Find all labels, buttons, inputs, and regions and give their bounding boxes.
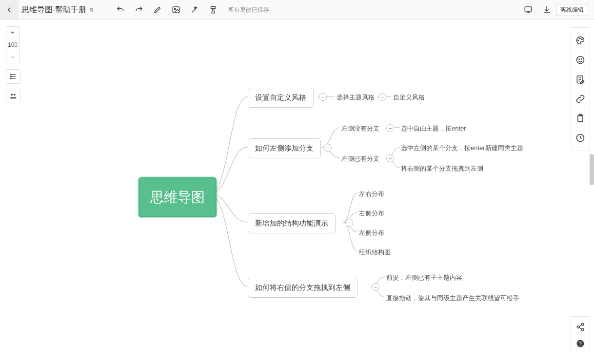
node-leaf[interactable]: 左右分布 [359,190,384,198]
node-leaf[interactable]: 前提：左侧已有子主题内容 [386,273,462,282]
zoom-out-button[interactable]: − [6,51,19,63]
node-leaf[interactable]: 选中自由主题，按enter [401,124,466,133]
node-label: 左侧分布 [359,229,384,236]
svg-point-14 [581,59,582,60]
node-leaf[interactable]: 左侧已有分支 [341,154,379,163]
help-button[interactable]: ? [573,335,588,352]
theme-palette-button[interactable] [573,31,588,50]
node-label: 将右侧的某个分支拖拽到左侧 [401,165,483,172]
node-leaf[interactable]: 左侧没有分支 [341,124,379,133]
node-label: 左侧已有分支 [341,155,379,162]
node-leaf[interactable]: 选中左侧的某个分支，按enter新建同类主题 [401,144,523,153]
share-button[interactable] [573,319,588,335]
node-leaf[interactable]: 将右侧的某个分支拖拽到左侧 [401,164,483,173]
node-label: 直接拖动，使其与同级主题产生关联线皆可松手 [386,294,519,302]
back-button[interactable] [0,0,19,19]
svg-point-19 [581,324,584,326]
document-title[interactable]: 思维导图-帮助手册 ⇅ [19,5,97,15]
top-toolbar: 思维导图-帮助手册 ⇅ 所有更改已保存 离线编辑 [0,0,594,20]
svg-rect-3 [525,7,532,11]
emoji-button[interactable] [573,50,588,70]
node-label: 组织结构图 [359,249,391,256]
node-branch-2[interactable]: 新增加的结构功能演示 [248,213,336,233]
node-branch-3[interactable]: 如何将右侧的分支拖拽到左侧 [248,278,357,298]
node-branch-1[interactable]: 如何左侧添加分支 [248,138,321,158]
save-status: 所有更改已保存 [228,6,269,14]
node-root[interactable]: 思维导图 [139,177,217,217]
expand-toggle[interactable] [386,124,394,132]
node-label: 选中左侧的某个分支，按enter新建同类主题 [401,144,523,152]
svg-point-6 [10,78,11,79]
bottom-panel: ? [571,316,590,354]
node-label: 设置自定义风格 [255,93,306,101]
expand-toggle[interactable] [386,154,394,162]
magic-button[interactable] [185,0,204,19]
node-label: 选中自由主题，按enter [401,125,466,132]
expand-toggle[interactable] [324,144,332,152]
format-painter-button[interactable] [204,0,222,19]
vertical-scrollbar-thumb[interactable] [590,154,594,185]
notes-button[interactable] [573,70,588,89]
svg-point-13 [579,59,580,60]
node-label: 如何将右侧的分支拖拽到左侧 [255,283,350,291]
node-leaf[interactable]: 左侧分布 [359,229,384,237]
clipboard-button[interactable] [573,109,588,128]
node-leaf[interactable]: 自定义风格 [393,93,425,102]
present-button[interactable] [519,0,537,19]
download-button[interactable] [537,0,556,19]
node-label: 左侧没有分支 [341,125,379,132]
history-button[interactable] [573,128,588,148]
zoom-in-button[interactable]: + [6,27,19,38]
expand-toggle[interactable] [345,219,353,227]
svg-rect-2 [211,6,216,9]
node-label: 选择主题风格 [337,94,375,101]
zoom-control: + 100 − [6,26,20,63]
mindmap-canvas[interactable]: 思维导图 设置自定义风格 如何左侧添加分支 新增加的结构功能演示 如何将右侧的分… [0,19,594,364]
outline-view-button[interactable] [6,69,20,84]
svg-point-4 [10,74,11,75]
image-button[interactable] [167,0,185,19]
svg-text:?: ? [579,341,582,346]
node-leaf[interactable]: 组织结构图 [359,248,391,257]
node-label: 思维导图 [150,190,205,205]
left-tools: + 100 − [6,26,20,108]
svg-point-7 [11,94,13,96]
title-text: 思维导图-帮助手册 [21,5,86,15]
node-label: 前提：左侧已有子主题内容 [386,274,462,281]
node-leaf[interactable]: 选择主题风格 [337,93,375,102]
collaborators-button[interactable] [6,89,20,103]
node-leaf[interactable]: 右侧分布 [359,209,384,218]
expand-toggle[interactable] [319,93,327,101]
connector-lines [0,19,594,364]
zoom-level[interactable]: 100 [6,38,19,51]
offline-edit-button[interactable]: 离线编辑 [556,4,588,16]
svg-point-21 [581,328,584,331]
svg-point-20 [577,326,579,328]
node-leaf[interactable]: 直接拖动，使其与同级主题产生关联线皆可松手 [386,294,519,303]
node-label: 如何左侧添加分支 [255,144,314,152]
svg-point-8 [14,94,16,96]
undo-button[interactable] [111,0,130,19]
redo-button[interactable] [130,0,148,19]
svg-point-5 [10,76,11,77]
node-label: 左右分布 [359,190,384,197]
node-label: 新增加的结构功能演示 [255,219,328,227]
node-label: 自定义风格 [393,94,425,101]
link-button[interactable] [573,89,588,109]
title-dropdown-icon: ⇅ [89,7,94,13]
edit-tool-button[interactable] [148,0,167,19]
svg-point-9 [578,40,579,41]
node-label: 右侧分布 [359,210,384,217]
svg-point-12 [577,57,584,64]
svg-point-1 [175,8,176,10]
expand-toggle[interactable] [378,93,386,101]
node-branch-0[interactable]: 设置自定义风格 [248,88,314,108]
expand-toggle[interactable] [372,283,379,291]
svg-point-10 [579,38,580,39]
right-panel [571,27,590,151]
svg-point-11 [582,39,583,40]
